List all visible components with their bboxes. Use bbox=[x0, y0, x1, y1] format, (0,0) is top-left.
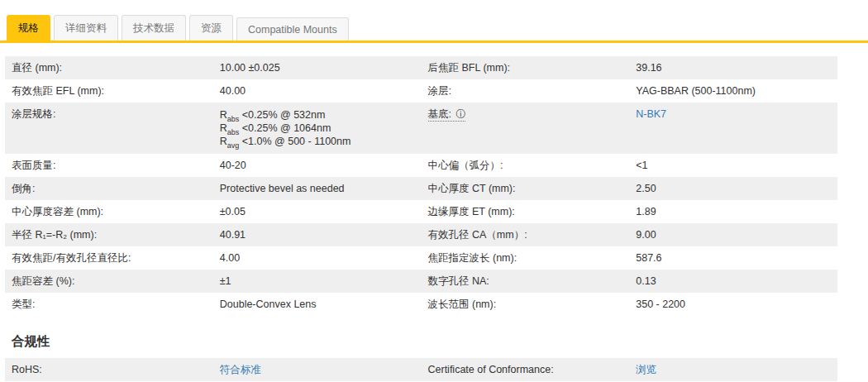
tab-details[interactable]: 详细资料 bbox=[54, 15, 118, 41]
tab-bar: 规格 详细资料 技术数据 资源 Compatible Mounts bbox=[0, 15, 868, 43]
tab-compatible-mounts[interactable]: Compatible Mounts bbox=[236, 17, 349, 41]
spec-value: ±0.05 bbox=[213, 200, 422, 223]
info-icon[interactable]: ⓘ bbox=[455, 108, 465, 120]
certificate-label: Certificate of Conformance: bbox=[422, 358, 630, 381]
certificate-value: 浏览 bbox=[629, 358, 837, 381]
spec-value: 1.89 bbox=[629, 200, 837, 223]
spec-table: 直径 (mm): 10.00 ±0.025 后焦距 BFL (mm): 39.1… bbox=[5, 56, 837, 316]
spec-value: Protective bevel as needed bbox=[213, 177, 422, 200]
coating-spec-line: Rabs <0.25% @ 1064nm bbox=[220, 122, 415, 135]
spec-label: 焦距容差 (%): bbox=[5, 270, 213, 293]
spec-value: 350 - 2200 bbox=[629, 293, 837, 316]
spec-label: 基底: bbox=[428, 108, 451, 120]
spec-label: 有效焦距 EFL (mm): bbox=[5, 79, 213, 103]
rohs-compliant-link[interactable]: 符合标准 bbox=[220, 364, 261, 375]
spec-row: 倒角: Protective bevel as needed 中心厚度 CT (… bbox=[5, 177, 837, 200]
spec-value: YAG-BBAR (500-1100nm) bbox=[629, 79, 837, 103]
tab-technical-data[interactable]: 技术数据 bbox=[122, 15, 186, 41]
spec-label: 中心厚度 CT (mm): bbox=[422, 177, 630, 200]
substrate-link[interactable]: N-BK7 bbox=[636, 108, 666, 120]
r-symbol: R bbox=[220, 122, 227, 134]
coating-spec-text: <0.25% @ 1064nm bbox=[239, 122, 331, 134]
product-spec-page: 规格 详细资料 技术数据 资源 Compatible Mounts 直径 (mm… bbox=[0, 15, 868, 381]
compliance-heading: 合规性 bbox=[12, 333, 837, 351]
spec-value: 39.16 bbox=[629, 56, 837, 79]
spec-value: 4.00 bbox=[213, 246, 422, 270]
spec-label: 有效孔径 CA（mm）: bbox=[422, 223, 630, 246]
spec-value: ±1 bbox=[213, 270, 422, 293]
r-symbol: R bbox=[220, 109, 227, 121]
spec-content: 直径 (mm): 10.00 ±0.025 后焦距 BFL (mm): 39.1… bbox=[5, 56, 837, 381]
rohs-value: 符合标准 bbox=[213, 358, 422, 381]
spec-row: 有效焦距/有效孔径直径比: 4.00 焦距指定波长 (nm): 587.6 bbox=[5, 246, 837, 270]
spec-label: 中心偏（弧分）: bbox=[422, 154, 630, 177]
substrate-tooltip-trigger[interactable]: 基底: ⓘ bbox=[428, 108, 466, 122]
tab-specs[interactable]: 规格 bbox=[7, 15, 50, 41]
spec-label: 直径 (mm): bbox=[5, 56, 213, 79]
spec-row: 类型: Double-Convex Lens 波长范围 (nm): 350 - … bbox=[5, 293, 837, 316]
rohs-label: RoHS: bbox=[5, 358, 213, 381]
spec-value: 40.91 bbox=[213, 223, 422, 246]
spec-label: 涂层: bbox=[422, 79, 630, 103]
coating-spec-line: Rabs <0.25% @ 532nm bbox=[220, 108, 415, 122]
spec-label: 表面质量: bbox=[5, 154, 213, 177]
compliance-row: RoHS: 符合标准 Certificate of Conformance: 浏… bbox=[5, 358, 837, 381]
spec-label: 后焦距 BFL (mm): bbox=[422, 56, 630, 79]
spec-label: 倒角: bbox=[5, 177, 213, 200]
coating-spec-text: <0.25% @ 532nm bbox=[239, 109, 325, 121]
spec-row: 涂层规格: Rabs <0.25% @ 532nm Rabs <0.25% @ … bbox=[5, 103, 837, 154]
spec-label: 类型: bbox=[5, 293, 213, 316]
spec-value: 9.00 bbox=[629, 223, 837, 246]
spec-label: 波长范围 (nm): bbox=[422, 293, 630, 316]
spec-row: 焦距容差 (%): ±1 数字孔径 NA: 0.13 bbox=[5, 270, 837, 293]
spec-row: 有效焦距 EFL (mm): 40.00 涂层: YAG-BBAR (500-1… bbox=[5, 79, 837, 103]
spec-label: 半径 R₁=-R₂ (mm): bbox=[5, 223, 213, 246]
spec-value: <1 bbox=[629, 154, 837, 177]
tab-resources[interactable]: 资源 bbox=[189, 15, 233, 41]
spec-label: 数字孔径 NA: bbox=[422, 270, 630, 293]
spec-value: Double-Convex Lens bbox=[213, 293, 422, 316]
coating-spec-value: Rabs <0.25% @ 532nm Rabs <0.25% @ 1064nm… bbox=[213, 103, 422, 154]
spec-value: 40.00 bbox=[213, 79, 422, 103]
spec-label: 涂层规格: bbox=[5, 103, 213, 154]
compliance-table: RoHS: 符合标准 Certificate of Conformance: 浏… bbox=[5, 358, 837, 381]
spec-row: 半径 R₁=-R₂ (mm): 40.91 有效孔径 CA（mm）: 9.00 bbox=[5, 223, 837, 246]
certificate-view-link[interactable]: 浏览 bbox=[636, 364, 656, 375]
spec-value: 40-20 bbox=[213, 154, 422, 177]
spec-row: 表面质量: 40-20 中心偏（弧分）: <1 bbox=[5, 154, 837, 177]
spec-label: 焦距指定波长 (nm): bbox=[422, 246, 630, 270]
spec-value: 2.50 bbox=[629, 177, 837, 200]
spec-value: 10.00 ±0.025 bbox=[213, 56, 422, 79]
spec-row: 直径 (mm): 10.00 ±0.025 后焦距 BFL (mm): 39.1… bbox=[5, 56, 837, 79]
r-symbol: R bbox=[220, 136, 227, 147]
spec-value: N-BK7 bbox=[629, 103, 837, 154]
coating-spec-text: <1.0% @ 500 - 1100nm bbox=[239, 136, 351, 147]
r-subscript: avg bbox=[227, 141, 240, 150]
substrate-label-cell: 基底: ⓘ bbox=[422, 103, 630, 154]
spec-label: 中心厚度容差 (mm): bbox=[5, 200, 213, 223]
spec-value: 0.13 bbox=[629, 270, 837, 293]
spec-label: 边缘厚度 ET (mm): bbox=[422, 200, 630, 223]
spec-label: 有效焦距/有效孔径直径比: bbox=[5, 246, 213, 270]
spec-value: 587.6 bbox=[629, 246, 837, 270]
spec-row: 中心厚度容差 (mm): ±0.05 边缘厚度 ET (mm): 1.89 bbox=[5, 200, 837, 223]
coating-spec-line: Ravg <1.0% @ 500 - 1100nm bbox=[220, 135, 415, 148]
